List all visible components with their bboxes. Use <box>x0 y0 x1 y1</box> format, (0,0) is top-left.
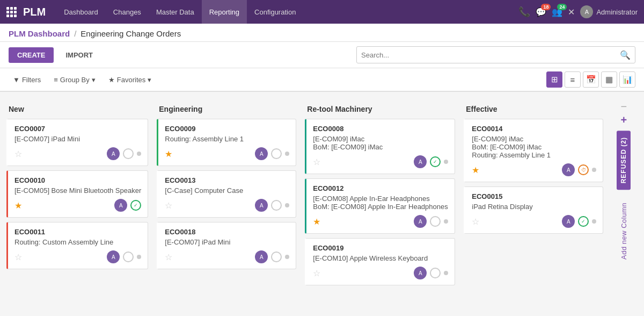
breadcrumb-current: Engineering Change Orders <box>80 29 181 38</box>
user-name: Administrator <box>596 8 638 16</box>
card-title: [E-COM07] iPad Mini <box>165 238 289 246</box>
card-id: ECO0013 <box>165 176 289 184</box>
star-icon[interactable]: ★ <box>165 149 172 159</box>
table-row[interactable]: ECO0012 [E-COM08] Apple In-Ear Headphone… <box>305 178 455 234</box>
table-row[interactable]: ECO0011 Routing: Custom Assembly Line ☆ … <box>6 222 148 269</box>
status-circle: ⏱ <box>578 164 589 175</box>
star-icon[interactable]: ☆ <box>14 149 22 159</box>
card-title: [E-COM08] Apple In-Ear HeadphonesBoM: [E… <box>313 195 448 211</box>
table-row[interactable]: ECO0010 [E-COM05] Bose Mini Bluetooth Sp… <box>6 170 148 218</box>
nav-dashboard[interactable]: Dashboard <box>56 0 106 24</box>
cards-retool: ECO0008 [E-COM09] iMacBoM: [E-COM09] iMa… <box>305 119 455 285</box>
card-id: ECO0008 <box>313 125 448 133</box>
collapse-icon[interactable]: − <box>620 100 627 113</box>
expand-icon[interactable]: + <box>620 114 627 126</box>
list-view-button[interactable]: ≡ <box>565 71 581 88</box>
wrench-icon[interactable]: ✕ <box>568 7 575 17</box>
avatar: A <box>255 250 268 263</box>
card-id: ECO0011 <box>14 228 141 236</box>
table-view-button[interactable]: ▦ <box>601 71 617 88</box>
star-icon[interactable]: ☆ <box>313 157 320 167</box>
star-icon[interactable]: ★ <box>472 165 479 175</box>
star-icon[interactable]: ☆ <box>313 268 320 278</box>
create-button[interactable]: CREATE <box>9 47 54 63</box>
breadcrumb-separator: / <box>74 29 76 38</box>
avatar: A <box>580 5 593 18</box>
phone-icon[interactable]: 📞 <box>518 6 530 18</box>
card-id: ECO0018 <box>165 228 289 236</box>
avatar: A <box>255 147 268 160</box>
col-header-engineering: Engineering <box>157 100 296 119</box>
status-circle: ✓ <box>130 200 141 211</box>
column-new: New ECO0007 [E-COM07] iPad Mini ☆ A ECO0… <box>6 100 148 303</box>
search-input[interactable] <box>361 51 620 59</box>
avatar: A <box>114 199 127 212</box>
kanban-view-button[interactable]: ⊞ <box>546 71 562 88</box>
star-icon[interactable]: ☆ <box>165 200 172 211</box>
filter-bar: ▼ Filters ≡ Group By ▾ ★ Favorites ▾ ⊞ ≡… <box>0 68 644 92</box>
breadcrumb-link[interactable]: PLM Dashboard <box>9 29 70 38</box>
star-icon: ★ <box>108 76 115 84</box>
status-circle <box>271 148 282 159</box>
cards-engineering: ECO0009 Routing: Assembly Line 1 ★ A ECO… <box>157 119 296 269</box>
user-menu[interactable]: A Administrator <box>580 5 638 18</box>
card-id: ECO0009 <box>165 125 289 133</box>
add-column-label[interactable]: Add new Column <box>620 198 628 264</box>
card-title: Routing: Custom Assembly Line <box>14 238 141 246</box>
calendar-view-button[interactable]: 📅 <box>583 71 599 88</box>
cards-effective: ECO0014 [E-COM09] iMacBoM: [E-COM09] iMa… <box>464 119 603 234</box>
table-row[interactable]: ECO0008 [E-COM09] iMacBoM: [E-COM09] iMa… <box>305 119 455 174</box>
favorites-button[interactable]: ★ Favorites ▾ <box>104 74 156 86</box>
nav-configuration[interactable]: Configuration <box>247 0 303 24</box>
status-circle <box>271 200 282 211</box>
table-row[interactable]: ECO0018 [E-COM07] iPad Mini ☆ A <box>157 222 296 269</box>
star-icon[interactable]: ☆ <box>14 252 22 262</box>
status-circle <box>430 268 441 278</box>
main-menu: Dashboard Changes Master Data Reporting … <box>56 0 518 24</box>
nav-master-data[interactable]: Master Data <box>149 0 202 24</box>
avatar: A <box>414 215 427 228</box>
chart-view-button[interactable]: 📊 <box>619 71 635 88</box>
table-row[interactable]: ECO0019 [E-COM10] Apple Wireless Keyboar… <box>305 238 455 285</box>
status-dot <box>137 152 141 156</box>
right-panel: − + REFUSED (2) Add new Column <box>614 100 633 303</box>
card-title: [C-Case] Computer Case <box>165 186 289 195</box>
star-icon[interactable]: ★ <box>313 217 320 227</box>
status-dot <box>137 255 141 259</box>
chat1-icon[interactable]: 💬 18 <box>536 7 546 17</box>
star-icon[interactable]: ☆ <box>472 217 479 227</box>
card-footer: ★ A <box>313 215 448 228</box>
status-circle <box>123 148 134 159</box>
status-dot <box>444 219 448 224</box>
avatar: A <box>107 147 120 160</box>
table-row[interactable]: ECO0009 Routing: Assembly Line 1 ★ A <box>157 119 296 166</box>
groupby-button[interactable]: ≡ Group By ▾ <box>49 74 100 86</box>
avatar: A <box>414 155 427 168</box>
refused-column-label[interactable]: REFUSED (2) <box>617 131 631 190</box>
table-row[interactable]: ECO0013 [C-Case] Computer Case ☆ A <box>157 170 296 218</box>
card-title: [E-COM10] Apple Wireless Keyboard <box>313 254 448 262</box>
table-row[interactable]: ECO0015 iPad Retina Display ☆ A ✓ <box>464 186 603 234</box>
nav-changes[interactable]: Changes <box>106 0 149 24</box>
card-footer: ☆ A ✓ <box>472 215 596 228</box>
import-button[interactable]: IMPORT <box>59 47 99 63</box>
card-footer: ☆ A <box>14 250 141 263</box>
status-dot <box>592 168 596 172</box>
cards-new: ECO0007 [E-COM07] iPad Mini ☆ A ECO0010 … <box>6 119 148 269</box>
table-row[interactable]: ECO0007 [E-COM07] iPad Mini ☆ A <box>6 119 148 166</box>
filters-button[interactable]: ▼ Filters <box>9 74 45 86</box>
card-id: ECO0012 <box>313 184 448 192</box>
groupby-icon: ≡ <box>54 76 58 84</box>
breadcrumb: PLM Dashboard / Engineering Change Order… <box>0 24 644 42</box>
card-title: [E-COM07] iPad Mini <box>14 135 141 143</box>
star-icon[interactable]: ☆ <box>165 252 172 262</box>
card-footer: ☆ A <box>313 267 448 279</box>
card-id: ECO0014 <box>472 125 596 133</box>
table-row[interactable]: ECO0014 [E-COM09] iMacBoM: [E-COM09] iMa… <box>464 119 603 182</box>
action-toolbar: CREATE IMPORT 🔍 <box>0 42 644 68</box>
star-icon[interactable]: ★ <box>14 200 22 211</box>
nav-reporting[interactable]: Reporting <box>202 0 247 24</box>
chat2-icon[interactable]: 👥 24 <box>552 7 562 17</box>
app-logo[interactable]: PLM <box>6 6 46 18</box>
status-dot <box>444 160 448 164</box>
